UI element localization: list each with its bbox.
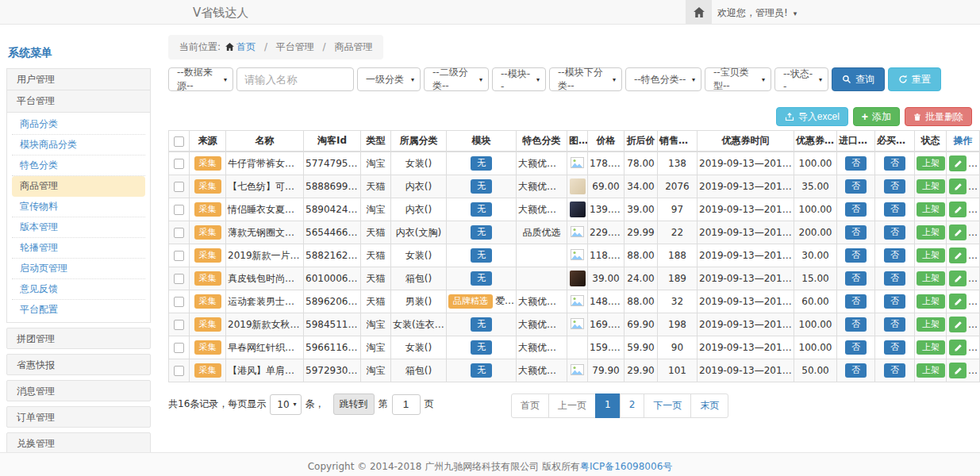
page-number-input[interactable]	[392, 394, 421, 415]
filter-select-status[interactable]: --状态--▾	[774, 67, 828, 91]
edit-button[interactable]	[949, 155, 967, 171]
status-badge[interactable]: 上架	[917, 294, 945, 308]
imported-toggle-badge[interactable]: 否	[845, 340, 867, 354]
product-name: 运动套装男士卫衣初秋...	[226, 290, 304, 313]
name-search-input[interactable]	[236, 67, 354, 91]
sidebar-group-bottom-3[interactable]: 消息管理	[6, 380, 151, 401]
edit-button[interactable]	[949, 317, 967, 332]
row-checkbox[interactable]	[174, 182, 184, 192]
imported-toggle-badge[interactable]: 否	[845, 271, 867, 285]
status-badge[interactable]: 上架	[917, 340, 945, 354]
sidebar-group-bottom-1[interactable]: 拼团管理	[6, 328, 151, 349]
row-checkbox[interactable]	[174, 320, 184, 330]
sidebar-group-bottom-4[interactable]: 订单管理	[6, 406, 151, 428]
status-badge[interactable]: 上架	[917, 202, 945, 216]
sidebar-item[interactable]: 商品管理	[12, 176, 145, 197]
imported-toggle-badge[interactable]: 否	[845, 248, 867, 262]
imported-toggle-badge[interactable]: 否	[845, 363, 867, 377]
user-menu[interactable]: 欢迎您，管理员! ▾	[717, 6, 797, 20]
search-button[interactable]: 查询	[832, 67, 885, 91]
row-checkbox[interactable]	[174, 251, 184, 261]
row-checkbox[interactable]	[174, 343, 184, 353]
must-buy-toggle-badge[interactable]: 否	[884, 156, 905, 170]
sidebar-item[interactable]: 启动页管理	[12, 259, 145, 279]
sidebar-item[interactable]: 轮播管理	[12, 238, 145, 259]
row-checkbox[interactable]	[174, 205, 184, 215]
must-buy-toggle-badge[interactable]: 否	[884, 179, 905, 193]
sidebar-group-bottom-5[interactable]: 兑换管理	[6, 432, 151, 454]
sidebar-item[interactable]: 宣传物料	[12, 197, 145, 217]
batch-delete-button[interactable]: 批量删除	[905, 107, 972, 126]
sidebar-item[interactable]: 平台配置	[12, 300, 145, 321]
page-button-prev[interactable]: 上一页	[548, 393, 596, 418]
edit-button[interactable]	[949, 248, 967, 263]
add-button[interactable]: + 添加	[853, 107, 900, 126]
status-badge[interactable]: 上架	[917, 156, 945, 170]
page-button-page-1[interactable]: 1	[595, 393, 621, 418]
filter-select-level1-category[interactable]: 一级分类▾	[357, 67, 421, 91]
sidebar-item[interactable]: 商品分类	[12, 114, 145, 135]
must-buy-toggle-badge[interactable]: 否	[884, 271, 905, 285]
reset-button[interactable]: 重置	[888, 67, 941, 91]
status-badge[interactable]: 上架	[917, 179, 945, 193]
sidebar-item[interactable]: 模块商品分类	[12, 135, 145, 155]
page-button-next[interactable]: 下一页	[644, 393, 691, 418]
imported-toggle-badge[interactable]: 否	[845, 202, 867, 216]
jump-button[interactable]: 跳转到	[333, 393, 375, 415]
status-badge[interactable]: 上架	[917, 225, 945, 239]
filter-select-item-type[interactable]: --宝贝类型--▾	[705, 67, 771, 91]
must-buy-toggle-badge[interactable]: 否	[884, 363, 905, 377]
select-all-checkbox[interactable]	[174, 136, 184, 147]
page-button-first[interactable]: 首页	[511, 393, 549, 418]
edit-button[interactable]	[949, 363, 967, 378]
edit-button[interactable]	[949, 340, 967, 355]
home-button[interactable]	[686, 0, 712, 24]
trash-icon	[913, 113, 921, 121]
sidebar-group-1[interactable]: 用户管理	[6, 68, 151, 90]
filter-select-module-sub-category[interactable]: --模块下分类--▾	[549, 67, 622, 91]
imported-toggle-badge[interactable]: 否	[845, 179, 867, 193]
status-badge[interactable]: 上架	[917, 363, 945, 377]
filter-select-level2-category[interactable]: --二级分类--▾	[424, 67, 489, 91]
must-buy-toggle-badge[interactable]: 否	[884, 225, 905, 239]
sidebar-item[interactable]: 特色分类	[12, 155, 145, 176]
records-total-text: 共16条记录，每页显示	[168, 397, 266, 411]
imported-toggle-badge[interactable]: 否	[845, 294, 867, 308]
icp-link[interactable]: 粤ICP备16098006号	[580, 461, 672, 472]
row-checkbox[interactable]	[174, 228, 184, 238]
edit-button[interactable]	[949, 225, 967, 240]
sidebar-item[interactable]: 意见反馈	[12, 279, 145, 300]
row-checkbox[interactable]	[174, 159, 184, 169]
imported-toggle-badge[interactable]: 否	[845, 156, 867, 170]
per-page-select[interactable]: 10 ▾	[270, 394, 301, 415]
must-buy-toggle-badge[interactable]: 否	[884, 202, 905, 216]
must-buy-toggle-badge[interactable]: 否	[884, 294, 905, 308]
must-buy-toggle-badge[interactable]: 否	[884, 248, 905, 262]
edit-button[interactable]	[949, 294, 967, 309]
edit-button[interactable]	[949, 178, 967, 194]
filter-select-data-source[interactable]: --数据来源--▾	[168, 67, 233, 91]
edit-button[interactable]	[949, 202, 967, 217]
page-button-page-2[interactable]: 2	[620, 393, 645, 418]
imported-toggle-badge[interactable]: 否	[845, 225, 867, 239]
must-buy-toggle-badge[interactable]: 否	[884, 317, 905, 331]
row-checkbox[interactable]	[174, 366, 184, 376]
filter-select-feature-category[interactable]: --特色分类--▾	[625, 67, 701, 91]
status-badge[interactable]: 上架	[917, 317, 945, 331]
status-badge[interactable]: 上架	[917, 248, 945, 262]
sidebar-group-2[interactable]: 平台管理	[6, 90, 151, 113]
import-excel-button[interactable]: 导入excel	[776, 107, 848, 126]
sidebar-item[interactable]: 版本管理	[12, 217, 145, 238]
breadcrumb-home-link[interactable]: 首页	[236, 41, 256, 52]
price: 118.00	[588, 244, 625, 267]
must-buy-toggle-badge[interactable]: 否	[884, 340, 905, 354]
row-checkbox[interactable]	[174, 297, 184, 307]
operations-cell	[947, 267, 980, 290]
status-badge[interactable]: 上架	[917, 271, 945, 285]
sidebar-group-bottom-2[interactable]: 省惠快报	[6, 354, 151, 375]
imported-toggle-badge[interactable]: 否	[845, 317, 867, 331]
edit-button[interactable]	[949, 271, 967, 286]
page-button-last[interactable]: 末页	[690, 393, 728, 418]
filter-select-module[interactable]: --模块--▾	[492, 67, 546, 91]
row-checkbox[interactable]	[174, 274, 184, 284]
